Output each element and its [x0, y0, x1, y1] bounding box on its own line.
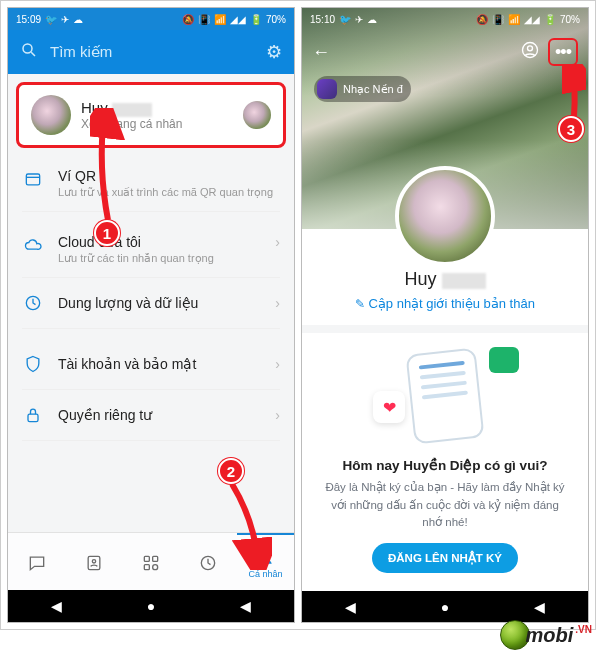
svg-rect-1 — [26, 174, 39, 185]
back-icon[interactable]: ← — [312, 42, 330, 63]
dnd-icon: 🔕 — [182, 14, 194, 25]
message-icon — [489, 347, 519, 373]
android-nav: ◀ ● ◀ — [8, 590, 294, 622]
callout-1: 1 — [94, 220, 120, 246]
callout-3: 3 — [558, 116, 584, 142]
chevron-right-icon: › — [275, 234, 280, 250]
menu-item-security[interactable]: Tài khoản và bảo mật › — [22, 339, 280, 390]
post-diary-button[interactable]: ĐĂNG LÊN NHẬT KÝ — [372, 543, 518, 573]
nav-back-icon[interactable]: ◀ — [345, 599, 356, 615]
menu-item-privacy[interactable]: Quyền riêng tư › — [22, 390, 280, 441]
battery-icon: 🔋 — [250, 14, 262, 25]
more-button[interactable]: ••• — [548, 38, 578, 66]
twitter-icon: 🐦 — [45, 14, 57, 25]
arrow-1 — [90, 108, 130, 228]
diary-desc: Đây là Nhật ký của bạn - Hãy làm đầy Nhậ… — [322, 479, 568, 531]
vibrate-icon: 📳 — [492, 14, 504, 25]
nav-recent-icon[interactable]: ◀ — [534, 599, 545, 615]
nav-home-icon[interactable]: ● — [147, 598, 155, 614]
nav-home-icon[interactable]: ● — [441, 599, 449, 615]
send-icon: ✈ — [61, 14, 69, 25]
phone-profile-screen: 15:10🐦✈☁ 🔕📳📶◢◢🔋70% ← ••• Nhạc Nền đ Huy … — [301, 7, 589, 623]
search-input[interactable]: Tìm kiếm — [50, 43, 112, 61]
nav-discover[interactable] — [122, 533, 179, 590]
menu-item-data[interactable]: Dung lượng và dữ liệu › — [22, 278, 280, 329]
vibrate-icon: 📳 — [198, 14, 210, 25]
switch-account-avatar[interactable] — [243, 101, 271, 129]
nav-contacts[interactable] — [65, 533, 122, 590]
arrow-3 — [562, 64, 586, 120]
arrow-2 — [222, 480, 272, 570]
status-bar: 15:09🐦✈☁ 🔕📳📶◢◢🔋70% — [8, 8, 294, 30]
music-icon — [317, 79, 337, 99]
diary-question: Hôm nay Huyền Diệp có gì vui? — [322, 457, 568, 473]
settings-icon[interactable]: ⚙ — [266, 41, 282, 63]
signal-icon: ◢◢ — [230, 14, 246, 25]
svg-point-0 — [23, 44, 32, 53]
menu-item-qr[interactable]: Ví QRLưu trữ và xuất trình các mã QR qua… — [22, 156, 280, 212]
wifi-icon: 📶 — [214, 14, 226, 25]
avatar — [31, 95, 71, 135]
signal-icon: ◢◢ — [524, 14, 540, 25]
profile-topbar: ← ••• — [302, 30, 588, 74]
svg-rect-8 — [144, 564, 149, 569]
update-intro-link[interactable]: Cập nhật giới thiệu bản thân — [318, 296, 572, 311]
shield-icon — [22, 353, 44, 375]
nav-back-icon[interactable]: ◀ — [51, 598, 62, 614]
svg-rect-7 — [153, 556, 158, 561]
profile-avatar[interactable] — [395, 166, 495, 266]
cloud-icon — [22, 234, 44, 256]
battery-pct: 70% — [266, 14, 286, 25]
lock-icon — [22, 404, 44, 426]
send-icon: ✈ — [355, 14, 363, 25]
profile-card[interactable]: Huy Xem trang cá nhân — [16, 82, 286, 148]
svg-rect-6 — [144, 556, 149, 561]
call-icon[interactable] — [520, 40, 540, 65]
status-bar: 15:10🐦✈☁ 🔕📳📶◢◢🔋70% — [302, 8, 588, 30]
heart-icon: ❤ — [373, 391, 405, 423]
svg-point-5 — [92, 559, 95, 562]
android-nav: ◀ ● ◀ — [302, 591, 588, 622]
diary-prompt: ❤ Hôm nay Huyền Diệp có gì vui? Đây là N… — [302, 333, 588, 591]
chat-icon: ☁ — [73, 14, 83, 25]
chevron-right-icon: › — [275, 295, 280, 311]
battery-pct: 70% — [560, 14, 580, 25]
qr-wallet-icon — [22, 168, 44, 190]
dnd-icon: 🔕 — [476, 14, 488, 25]
search-header: Tìm kiếm ⚙ — [8, 30, 294, 74]
chevron-right-icon: › — [275, 356, 280, 372]
callout-2: 2 — [218, 458, 244, 484]
profile-name: Huy — [318, 269, 572, 290]
diary-illustration: ❤ — [365, 347, 525, 447]
battery-icon: 🔋 — [544, 14, 556, 25]
status-time: 15:09 — [16, 14, 41, 25]
nav-recent-icon[interactable]: ◀ — [240, 598, 251, 614]
chat-icon: ☁ — [367, 14, 377, 25]
wifi-icon: 📶 — [508, 14, 520, 25]
search-icon[interactable] — [20, 41, 38, 63]
svg-point-13 — [528, 45, 533, 50]
status-time: 15:10 — [310, 14, 335, 25]
data-usage-icon — [22, 292, 44, 314]
svg-point-9 — [153, 564, 158, 569]
watermark: mobi .VN — [500, 620, 592, 650]
settings-menu: Ví QRLưu trữ và xuất trình các mã QR qua… — [8, 156, 294, 441]
music-badge[interactable]: Nhạc Nền đ — [314, 76, 411, 102]
chevron-right-icon: › — [275, 407, 280, 423]
svg-rect-3 — [28, 414, 38, 422]
menu-item-cloud[interactable]: Cloud của tôiLưu trữ các tin nhắn quan t… — [22, 222, 280, 278]
twitter-icon: 🐦 — [339, 14, 351, 25]
nav-messages[interactable] — [8, 533, 65, 590]
